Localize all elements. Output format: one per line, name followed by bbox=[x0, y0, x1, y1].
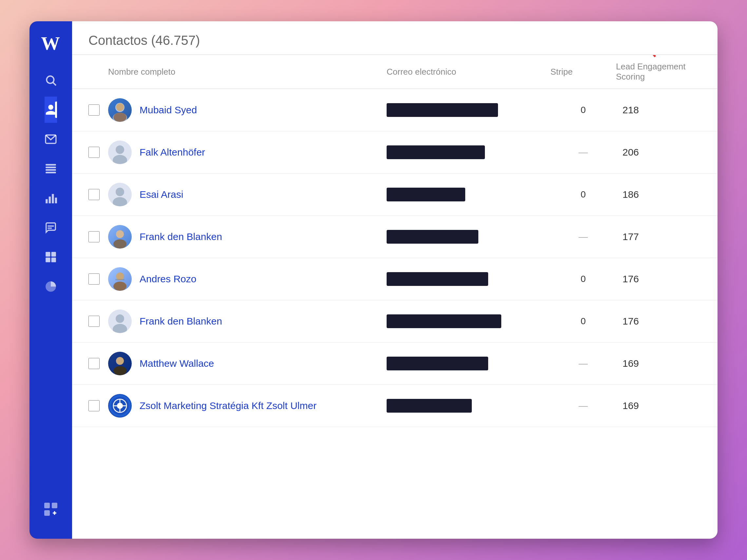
stripe-cell-6: 0 bbox=[550, 316, 616, 326]
score-cell-3: 186 bbox=[616, 189, 701, 200]
email-cell-6 bbox=[387, 314, 550, 328]
contact-name-cell-6: Frank den Blanken bbox=[108, 310, 387, 333]
page-header: Contactos (46.757) bbox=[72, 21, 718, 55]
score-cell-1: 218 bbox=[616, 104, 701, 115]
row-checkbox-8[interactable] bbox=[88, 400, 100, 411]
avatar-5 bbox=[108, 267, 132, 291]
row-checkbox-1[interactable] bbox=[88, 104, 100, 115]
avatar-7 bbox=[108, 352, 132, 375]
contacts-count: (46.757) bbox=[151, 33, 200, 48]
email-redacted-3 bbox=[387, 188, 465, 202]
svg-rect-17 bbox=[51, 258, 56, 262]
table-row: Esai Arasi 0 186 bbox=[72, 174, 718, 216]
contact-name-cell-7: Matthew Wallace bbox=[108, 352, 387, 375]
add-widget-button[interactable] bbox=[38, 496, 64, 522]
app-container: W bbox=[29, 21, 718, 539]
svg-rect-7 bbox=[46, 172, 56, 174]
email-redacted-8 bbox=[387, 399, 472, 412]
svg-point-38 bbox=[113, 282, 126, 291]
contact-name-cell-2: Falk Altenhöfer bbox=[108, 140, 387, 164]
svg-rect-19 bbox=[52, 503, 57, 508]
score-cell-8: 169 bbox=[616, 400, 701, 411]
avatar-2 bbox=[108, 140, 132, 164]
table-row: Falk Altenhöfer — 206 bbox=[72, 131, 718, 174]
sidebar-item-dashboard[interactable] bbox=[45, 244, 57, 270]
sidebar-item-messages[interactable] bbox=[45, 214, 57, 241]
svg-rect-8 bbox=[46, 199, 48, 203]
email-redacted-6 bbox=[387, 314, 501, 328]
email-cell-8 bbox=[387, 399, 550, 412]
stripe-cell-2: — bbox=[550, 147, 616, 158]
table-row: Andres Rozo 0 176 bbox=[72, 258, 718, 300]
table-row: Zsolt Marketing Stratégia Kft Zsolt Ulme… bbox=[72, 385, 718, 427]
email-cell-5 bbox=[387, 272, 550, 286]
table-row: Frank den Blanken 0 176 bbox=[72, 300, 718, 343]
contact-name-2[interactable]: Falk Altenhöfer bbox=[139, 147, 205, 158]
svg-rect-14 bbox=[46, 252, 50, 257]
sidebar-item-charts[interactable] bbox=[45, 185, 57, 211]
score-cell-6: 176 bbox=[616, 316, 701, 327]
svg-point-40 bbox=[115, 314, 124, 323]
svg-point-33 bbox=[115, 188, 124, 196]
contact-name-cell-8: Zsolt Marketing Stratégia Kft Zsolt Ulme… bbox=[108, 394, 387, 418]
svg-point-36 bbox=[113, 239, 126, 248]
contact-name-cell-1: Mubaid Syed bbox=[108, 98, 387, 122]
svg-rect-4 bbox=[46, 164, 56, 166]
stripe-cell-1: 0 bbox=[550, 105, 616, 115]
svg-point-42 bbox=[116, 357, 124, 365]
contact-name-7[interactable]: Matthew Wallace bbox=[139, 358, 214, 369]
contact-name-cell-4: Frank den Blanken bbox=[108, 225, 387, 248]
avatar-8 bbox=[108, 394, 132, 418]
contact-name-8[interactable]: Zsolt Marketing Stratégia Kft Zsolt Ulme… bbox=[139, 400, 316, 411]
svg-rect-11 bbox=[55, 197, 57, 203]
sidebar-item-mail[interactable] bbox=[45, 126, 57, 152]
score-cell-2: 206 bbox=[616, 147, 701, 158]
stripe-cell-5: 0 bbox=[550, 274, 616, 284]
email-redacted-7 bbox=[387, 357, 488, 370]
contact-name-1[interactable]: Mubaid Syed bbox=[139, 104, 197, 115]
contact-name-4[interactable]: Frank den Blanken bbox=[139, 231, 222, 242]
contacts-table: Nombre completo Correo electrónico Strip… bbox=[72, 55, 718, 539]
svg-rect-15 bbox=[51, 252, 56, 257]
sidebar-item-table[interactable] bbox=[45, 156, 57, 182]
sidebar-nav bbox=[45, 67, 57, 496]
contact-name-6[interactable]: Frank den Blanken bbox=[139, 316, 222, 327]
svg-point-43 bbox=[113, 366, 126, 375]
svg-point-34 bbox=[113, 197, 127, 206]
svg-point-30 bbox=[113, 113, 126, 122]
email-redacted-5 bbox=[387, 272, 488, 286]
svg-point-29 bbox=[116, 103, 124, 111]
sidebar-item-search[interactable] bbox=[45, 67, 57, 93]
svg-rect-5 bbox=[46, 167, 56, 168]
svg-rect-10 bbox=[52, 194, 54, 203]
svg-line-26 bbox=[636, 55, 655, 57]
avatar-6 bbox=[108, 310, 132, 333]
avatar-1 bbox=[108, 98, 132, 122]
svg-point-41 bbox=[113, 324, 127, 333]
sidebar-item-reports[interactable] bbox=[45, 273, 57, 300]
logo[interactable]: W bbox=[38, 31, 64, 54]
svg-rect-16 bbox=[46, 258, 50, 262]
svg-point-32 bbox=[113, 155, 127, 164]
row-checkbox-4[interactable] bbox=[88, 231, 100, 242]
row-checkbox-3[interactable] bbox=[88, 189, 100, 200]
row-checkbox-6[interactable] bbox=[88, 316, 100, 327]
row-checkbox-2[interactable] bbox=[88, 147, 100, 158]
email-cell-1 bbox=[387, 103, 550, 117]
sidebar-item-contacts[interactable] bbox=[45, 97, 57, 123]
table-row: Matthew Wallace — 169 bbox=[72, 343, 718, 385]
row-checkbox-5[interactable] bbox=[88, 273, 100, 285]
score-cell-4: 177 bbox=[616, 231, 701, 242]
svg-text:W: W bbox=[41, 33, 60, 52]
contact-name-3[interactable]: Esai Arasi bbox=[139, 189, 183, 200]
avatar-3 bbox=[108, 183, 132, 206]
svg-rect-18 bbox=[44, 503, 50, 508]
table-row: Frank den Blanken — 177 bbox=[72, 216, 718, 258]
email-redacted-2 bbox=[387, 145, 485, 159]
contact-name-5[interactable]: Andres Rozo bbox=[139, 273, 196, 285]
email-redacted-1 bbox=[387, 103, 498, 117]
sidebar: W bbox=[29, 21, 72, 539]
svg-rect-6 bbox=[46, 169, 56, 171]
svg-point-35 bbox=[116, 230, 124, 238]
row-checkbox-7[interactable] bbox=[88, 358, 100, 369]
